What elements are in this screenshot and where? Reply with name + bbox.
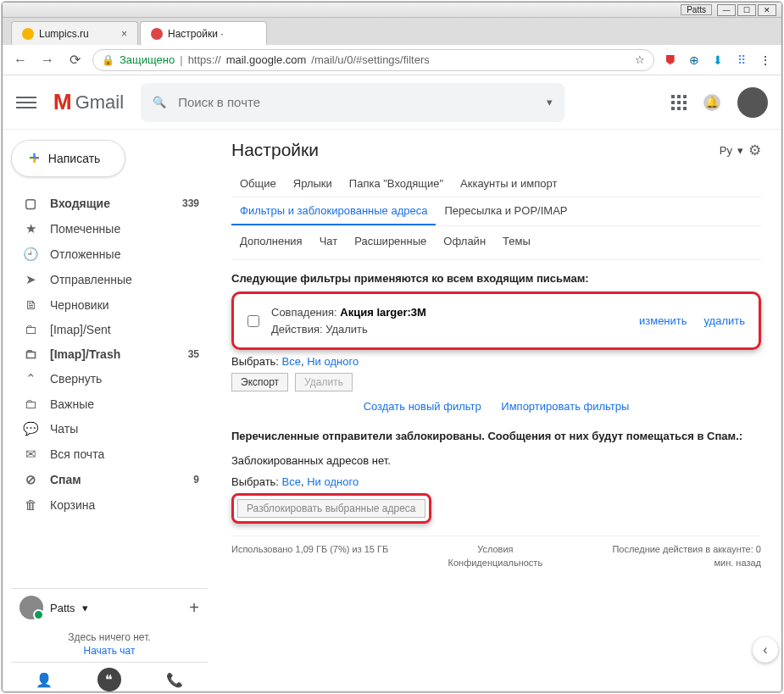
unblock-button[interactable]: Разблокировать выбранные адреса <box>237 499 425 518</box>
hangouts-username: Patts <box>50 602 75 614</box>
tab-offline[interactable]: Офлайн <box>435 231 494 251</box>
filter-checkbox[interactable] <box>247 315 259 327</box>
hangouts-start-chat-link[interactable]: Начать чат <box>11 645 208 662</box>
gmail-logo[interactable]: M Gmail <box>53 89 124 115</box>
bookmark-star-icon[interactable]: ☆ <box>635 53 645 66</box>
tab-title: Lumpics.ru <box>39 28 89 40</box>
tab-labels[interactable]: Ярлыки <box>285 170 341 197</box>
search-options-button[interactable]: ▾ <box>547 96 553 108</box>
hangouts-empty-text: Здесь ничего нет. <box>11 626 208 645</box>
tab-title: Настройки · <box>168 28 224 40</box>
extension-icons: ⛊ ⊕ ⬇ ⠿ ⋮ <box>663 53 773 68</box>
apps-grid-icon[interactable] <box>671 95 687 110</box>
gear-icon[interactable]: ⚙ <box>748 142 761 159</box>
extension-shield-icon[interactable]: ⛊ <box>663 53 678 68</box>
sidebar-folder-item[interactable]: 🗀[Imap]/Sent <box>11 317 208 341</box>
sidebar-folder-item[interactable]: 🕘Отложенные <box>11 242 208 267</box>
compose-label: Написать <box>48 152 100 165</box>
search-box[interactable]: 🔍 ▾ <box>141 83 564 122</box>
create-filter-link[interactable]: Создать новый фильтр <box>364 400 481 413</box>
hangouts-avatar <box>19 596 43 619</box>
extension-globe-icon[interactable]: ⊕ <box>687 53 702 68</box>
hangouts-new-button[interactable]: + <box>189 598 199 618</box>
search-icon[interactable]: 🔍 <box>153 96 166 108</box>
hangouts-user-row[interactable]: Patts ▾ + <box>11 589 208 626</box>
terms-link[interactable]: Условия <box>477 544 513 554</box>
language-selector[interactable]: Ру <box>720 144 732 157</box>
tab-advanced[interactable]: Расширенные <box>346 231 435 251</box>
notifications-icon[interactable]: 🔔 <box>703 94 720 111</box>
search-input[interactable] <box>178 95 535 109</box>
chevron-down-icon[interactable]: ▾ <box>82 602 88 614</box>
nav-back-button[interactable]: ← <box>11 51 30 69</box>
tab-chat[interactable]: Чат <box>311 231 347 251</box>
account-avatar[interactable] <box>737 87 768 118</box>
tab-accounts[interactable]: Аккаунты и импорт <box>452 170 565 197</box>
window-close-button[interactable]: ✕ <box>758 4 776 16</box>
page-title: Настройки <box>231 140 319 160</box>
sidebar-folder-item[interactable]: 🗎Черновики <box>11 292 208 317</box>
chevron-down-icon[interactable]: ▾ <box>737 144 743 157</box>
privacy-link[interactable]: Конфиденциальность <box>448 558 543 568</box>
export-button[interactable]: Экспорт <box>231 373 288 391</box>
folder-icon: ▢ <box>23 196 38 211</box>
filter-delete-link[interactable]: удалить <box>704 314 745 327</box>
hangouts-tab-calls[interactable]: 📞 <box>163 668 186 691</box>
compose-button[interactable]: + Написать <box>11 140 125 177</box>
window-minimize-button[interactable]: — <box>717 4 736 16</box>
tab-addons[interactable]: Дополнения <box>231 231 311 251</box>
select-all-blocked-link[interactable]: Все <box>282 475 301 488</box>
sidebar-folder-item[interactable]: ✉Вся почта <box>11 441 208 467</box>
sidebar-folder-item[interactable]: 🗀Важные <box>11 391 208 416</box>
tab-close-button[interactable]: × <box>121 28 127 40</box>
folder-label: Спам <box>50 473 81 486</box>
folder-list: ▢Входящие339★Помеченные🕘Отложенные➤Отпра… <box>11 191 208 517</box>
nav-reload-button[interactable]: ⟳ <box>65 51 84 69</box>
unblock-highlight: Разблокировать выбранные адреса <box>231 493 431 524</box>
browser-menu-button[interactable]: ⋮ <box>758 53 773 68</box>
select-row: Выбрать: Все, Ни одного <box>231 355 761 368</box>
sidebar-folder-item[interactable]: 🗑Корзина <box>11 492 208 517</box>
storage-text: Использовано 1,09 ГБ (7%) из 15 ГБ <box>231 543 388 569</box>
tab-forwarding[interactable]: Пересылка и POP/IMAP <box>436 197 575 225</box>
side-panel-toggle[interactable]: ‹ <box>753 637 778 663</box>
select-none-link[interactable]: Ни одного <box>307 355 359 368</box>
tab-themes[interactable]: Темы <box>494 231 539 251</box>
folder-label: Входящие <box>50 197 110 210</box>
sidebar-folder-item[interactable]: ⌃Свернуть <box>11 366 208 391</box>
sidebar-folder-item[interactable]: ★Помеченные <box>11 216 208 242</box>
sidebar-folder-item[interactable]: 💬Чаты <box>11 416 208 441</box>
folder-icon: 🕘 <box>23 247 38 262</box>
tab-general[interactable]: Общие <box>231 170 285 197</box>
window-maximize-button[interactable]: ☐ <box>737 4 756 16</box>
folder-label: Отправленные <box>50 273 132 286</box>
folder-icon: 🗎 <box>23 297 38 312</box>
select-none-blocked-link[interactable]: Ни одного <box>307 475 359 488</box>
hangouts-tab-chats[interactable]: ❝ <box>97 668 121 691</box>
folder-label: [Imap]/Trash <box>50 347 120 361</box>
delete-button[interactable]: Удалить <box>295 373 353 391</box>
main-menu-button[interactable] <box>16 92 36 113</box>
browser-tab-lumpics[interactable]: Lumpics.ru × <box>11 21 138 45</box>
sidebar-folder-item[interactable]: ▢Входящие339 <box>11 191 208 216</box>
favicon-icon <box>151 28 163 40</box>
hangouts-tab-contacts[interactable]: 👤 <box>32 668 56 691</box>
filter-description: Совпадения: Акция larger:3M Действия: Уд… <box>271 304 627 337</box>
sidebar-folder-item[interactable]: ⊘Спам9 <box>11 467 208 492</box>
folder-label: [Imap]/Sent <box>50 323 111 336</box>
select-all-link[interactable]: Все <box>282 355 301 368</box>
address-bar[interactable]: 🔒 Защищено | https://mail.google.com/mai… <box>92 49 654 71</box>
sidebar-folder-item[interactable]: ➤Отправленные <box>11 267 208 292</box>
tab-filters[interactable]: Фильтры и заблокированные адреса <box>231 197 436 225</box>
tab-inbox[interactable]: Папка "Входящие" <box>341 170 452 197</box>
browser-tab-settings[interactable]: Настройки · <box>140 21 267 45</box>
nav-forward-button[interactable]: → <box>38 51 57 69</box>
no-blocked-text: Заблокированных адресов нет. <box>231 454 761 467</box>
filter-edit-link[interactable]: изменить <box>639 314 687 327</box>
window-title: Patts <box>681 4 712 15</box>
sidebar-folder-item[interactable]: 🗀[Imap]/Trash35 <box>11 341 208 366</box>
extension-translate-icon[interactable]: ⠿ <box>734 53 749 68</box>
import-filters-link[interactable]: Импортировать фильтры <box>501 400 629 413</box>
extension-download-icon[interactable]: ⬇ <box>710 53 726 68</box>
secure-label: Защищено <box>120 53 175 66</box>
